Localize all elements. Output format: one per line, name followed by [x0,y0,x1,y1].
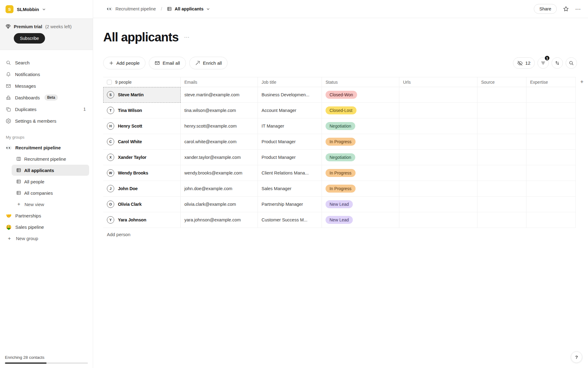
urls-cell[interactable] [399,197,477,212]
email-cell[interactable]: olivia.clark@example.com [181,197,258,212]
email-cell[interactable]: carol.white@example.com [181,134,258,150]
sidebar-group-partnerships[interactable]: 🤝 Partnerships [0,210,93,221]
source-cell[interactable] [477,181,526,197]
add-column-button[interactable]: + [576,77,588,87]
breadcrumb-group[interactable]: Recruitment pipeline [115,6,156,11]
person-name-cell[interactable]: Y Yara Johnson [103,212,181,228]
source-cell[interactable] [477,197,526,212]
email-cell[interactable]: wendy.brooks@example.com [181,165,258,181]
status-cell[interactable]: Negotiation [322,118,399,134]
urls-cell[interactable] [399,150,477,165]
sidebar-group-recruitment-pipeline[interactable]: 👀 Recruitment pipeline [0,142,93,153]
email-cell[interactable]: john.doe@example.com [181,181,258,197]
sidebar-item-search[interactable]: Search [2,57,90,68]
person-name-cell[interactable]: H Henry Scott [103,118,181,134]
expertise-cell[interactable] [526,150,576,165]
status-cell[interactable]: In Progress [322,134,399,150]
source-cell[interactable] [477,103,526,118]
job-title-cell[interactable]: Customer Success M... [258,212,322,228]
job-title-cell[interactable]: Account Manager [258,103,322,118]
subscribe-button[interactable]: Subscribe [14,33,45,44]
column-header-expertise[interactable]: Expertise [526,77,576,87]
sidebar-new-view[interactable]: + New view [12,199,89,210]
hidden-fields-button[interactable]: 12 [513,57,535,69]
job-title-cell[interactable]: Business Developmen... [258,87,322,103]
email-all-button[interactable]: Email all [149,57,186,69]
expertise-cell[interactable] [526,134,576,150]
urls-cell[interactable] [399,165,477,181]
job-title-cell[interactable]: Product Manager [258,134,322,150]
sort-button[interactable] [552,57,563,69]
sidebar-item-settings[interactable]: Settings & members [2,115,90,127]
job-title-cell[interactable]: Sales Manager [258,181,322,197]
source-cell[interactable] [477,87,526,103]
expertise-cell[interactable] [526,118,576,134]
expertise-cell[interactable] [526,103,576,118]
more-options-button[interactable]: ⋯ [575,6,581,13]
job-title-cell[interactable]: IT Manager [258,118,322,134]
workspace-switcher[interactable]: S SLMobbin [0,0,93,18]
sidebar-view-recruitment-pipeline[interactable]: Recruitment pipeline [12,153,89,164]
person-name-cell[interactable]: C Carol White [103,134,181,150]
source-cell[interactable] [477,118,526,134]
source-cell[interactable] [477,134,526,150]
job-title-cell[interactable]: Partnership Manager [258,197,322,212]
job-title-cell[interactable]: Product Manager [258,150,322,165]
person-name-cell[interactable]: S Steve Martin [103,87,181,103]
email-cell[interactable]: yara.johnson@example.com [181,212,258,228]
column-header-status[interactable]: Status [322,77,399,87]
source-cell[interactable] [477,150,526,165]
urls-cell[interactable] [399,134,477,150]
sidebar-item-duplicates[interactable]: Duplicates 1 [2,103,90,115]
person-name-cell[interactable]: W Wendy Brooks [103,165,181,181]
expertise-cell[interactable] [526,87,576,103]
urls-cell[interactable] [399,118,477,134]
urls-cell[interactable] [399,212,477,228]
status-cell[interactable]: In Progress [322,181,399,197]
source-cell[interactable] [477,165,526,181]
person-name-cell[interactable]: T Tina Wilson [103,103,181,118]
column-header-urls[interactable]: Urls [399,77,477,87]
urls-cell[interactable] [399,181,477,197]
column-header-source[interactable]: Source [477,77,526,87]
email-cell[interactable]: tina.wilson@example.com [181,103,258,118]
status-cell[interactable]: In Progress [322,165,399,181]
person-name-cell[interactable]: J John Doe [103,181,181,197]
title-more-button[interactable]: ⋯ [184,34,189,40]
status-cell[interactable]: New Lead [322,197,399,212]
sidebar-item-messages[interactable]: Messages [2,80,90,92]
sidebar-view-all-companies[interactable]: All companies [12,187,89,198]
sidebar-view-all-people[interactable]: All people [12,176,89,187]
status-cell[interactable]: New Lead [322,212,399,228]
help-button[interactable]: ? [571,351,582,363]
sidebar-group-sales-pipeline[interactable]: 🤑 Sales pipeline [0,221,93,233]
sidebar-new-group[interactable]: + New group [0,233,93,244]
status-cell[interactable]: Closed-Won [322,87,399,103]
status-cell[interactable]: Negotiation [322,150,399,165]
expertise-cell[interactable] [526,181,576,197]
person-name-cell[interactable]: X Xander Taylor [103,150,181,165]
sidebar-item-notifications[interactable]: Notifications [2,68,90,80]
add-people-button[interactable]: Add people [103,57,145,69]
column-header-job-title[interactable]: Job title [258,77,322,87]
enrich-all-button[interactable]: Enrich all [189,57,228,69]
share-button[interactable]: Share [534,4,557,14]
expertise-cell[interactable] [526,212,576,228]
email-cell[interactable]: xander.taylor@example.com [181,150,258,165]
column-header-emails[interactable]: Emails [181,77,258,87]
expertise-cell[interactable] [526,197,576,212]
breadcrumb-view[interactable]: All applicants [167,6,209,11]
source-cell[interactable] [477,212,526,228]
job-title-cell[interactable]: Client Relations Mana... [258,165,322,181]
sidebar-item-dashboards[interactable]: Dashboards Beta [2,92,90,103]
email-cell[interactable]: henry.scott@example.com [181,118,258,134]
urls-cell[interactable] [399,103,477,118]
email-cell[interactable]: steve.martin@example.com [181,87,258,103]
select-all-checkbox[interactable] [107,80,112,85]
favorite-star-button[interactable] [562,5,570,13]
status-cell[interactable]: Closed-Lost [322,103,399,118]
person-name-cell[interactable]: O Olivia Clark [103,197,181,212]
sidebar-view-all-applicants[interactable]: All applicants [12,165,89,176]
add-person-button[interactable]: Add person [103,232,130,237]
search-in-view-button[interactable] [566,57,577,69]
